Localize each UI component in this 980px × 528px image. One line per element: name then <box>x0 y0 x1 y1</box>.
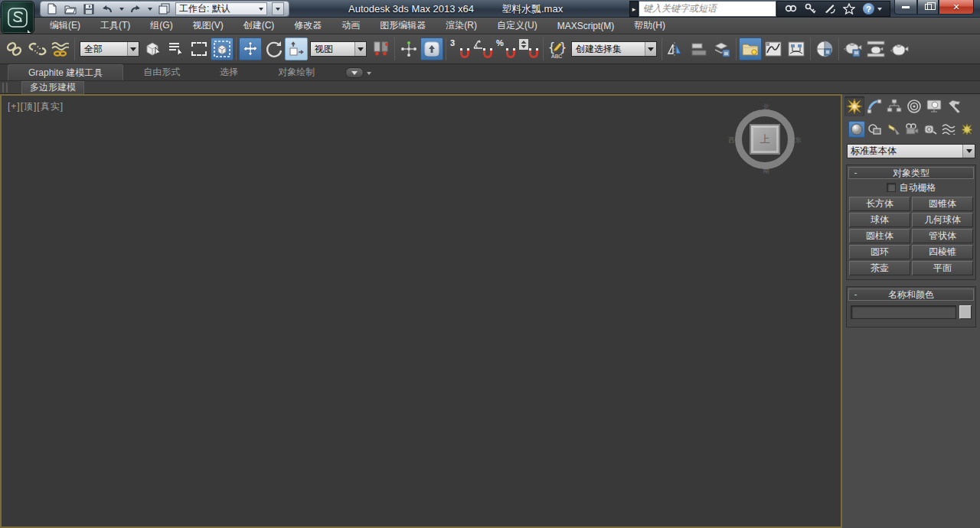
window-crossing-toggle-icon[interactable] <box>211 37 234 60</box>
menu-create[interactable]: 创建(C) <box>234 18 285 34</box>
use-pivot-point-center-icon[interactable] <box>369 37 392 60</box>
project-folder-icon[interactable] <box>157 3 171 15</box>
named-selection-sets-dropdown[interactable]: 创建选择集 <box>571 41 657 57</box>
lights-icon[interactable] <box>885 121 902 138</box>
polygon-modeling-panel-tab[interactable]: 多边形建模 <box>21 81 84 94</box>
schematic-view-icon[interactable] <box>785 37 808 60</box>
restore-button[interactable] <box>917 0 939 15</box>
tab-selection[interactable]: 选择 <box>200 64 258 80</box>
edit-named-selection-sets-icon[interactable]: {}ABC <box>546 37 569 60</box>
select-and-move-icon[interactable] <box>239 37 262 60</box>
bind-to-space-warp-icon[interactable] <box>49 37 72 60</box>
viewport-top[interactable]: [+][顶][真实] 北 南 东 西 上 <box>0 94 842 528</box>
menu-views[interactable]: 视图(V) <box>183 18 234 34</box>
box-button[interactable]: 长方体 <box>849 197 910 211</box>
help-dropdown-icon[interactable] <box>877 8 882 11</box>
undo-dropdown-icon[interactable] <box>119 8 124 11</box>
search-icon[interactable] <box>785 4 797 15</box>
menu-customize[interactable]: 自定义(U) <box>487 18 547 34</box>
select-by-name-icon[interactable] <box>165 37 188 60</box>
viewport-label[interactable]: [+][顶][真实] <box>8 100 64 113</box>
ribbon-minimize-dropdown-icon[interactable] <box>367 72 371 75</box>
systems-icon[interactable] <box>959 121 975 138</box>
select-and-link-icon[interactable] <box>3 37 26 60</box>
motion-tab-icon[interactable] <box>904 96 924 116</box>
menu-rendering[interactable]: 渲染(R) <box>436 18 487 34</box>
communication-center-icon[interactable] <box>824 3 835 15</box>
close-button[interactable]: ✕ <box>939 0 974 15</box>
menu-animation[interactable]: 动画 <box>332 18 370 34</box>
cylinder-button[interactable]: 圆柱体 <box>849 229 910 243</box>
select-object-icon[interactable] <box>142 37 165 60</box>
render-setup-icon[interactable] <box>841 37 864 60</box>
favorites-star-icon[interactable] <box>843 3 855 15</box>
reference-coordinate-dropdown[interactable]: 视图 <box>310 41 367 57</box>
help-icon[interactable]: ? <box>863 3 874 15</box>
helpers-icon[interactable] <box>922 121 939 138</box>
tube-button[interactable]: 管状体 <box>912 229 973 243</box>
application-menu-button[interactable] <box>1 1 34 34</box>
teapot-button[interactable]: 茶壶 <box>849 261 910 275</box>
object-name-input[interactable] <box>851 305 956 319</box>
category-dropdown[interactable]: 标准基本体 <box>847 144 975 158</box>
menu-help[interactable]: 帮助(H) <box>624 18 675 34</box>
menu-edit[interactable]: 编辑(E) <box>40 18 90 34</box>
keyboard-shortcut-override-icon[interactable] <box>420 37 443 60</box>
redo-dropdown-icon[interactable] <box>148 8 152 11</box>
modify-tab-icon[interactable] <box>864 96 884 116</box>
space-warps-icon[interactable] <box>940 121 957 138</box>
menu-tools[interactable]: 工具(T) <box>90 18 140 34</box>
select-and-manipulate-icon[interactable] <box>397 37 420 60</box>
rectangular-selection-region-icon[interactable] <box>188 37 211 60</box>
object-type-rollout-header[interactable]: - 对象类型 <box>848 167 974 179</box>
name-color-rollout-header[interactable]: - 名称和颜色 <box>848 288 974 301</box>
menu-modifiers[interactable]: 修改器 <box>284 18 332 34</box>
infocenter-expander-icon[interactable]: ▸ <box>629 1 639 17</box>
create-tab-icon[interactable] <box>844 96 864 116</box>
minimize-button[interactable] <box>894 0 917 15</box>
select-and-rotate-icon[interactable] <box>262 37 285 60</box>
hierarchy-tab-icon[interactable] <box>884 96 904 116</box>
curve-editor-icon[interactable] <box>762 37 785 60</box>
graphite-ribbon-toggle-icon[interactable] <box>739 37 762 60</box>
utilities-tab-icon[interactable] <box>944 96 964 116</box>
qat-overflow-button[interactable] <box>272 2 284 15</box>
new-file-icon[interactable] <box>45 3 59 15</box>
geometry-icon[interactable] <box>848 121 865 138</box>
tab-graphite-modeling-tools[interactable]: Graphite 建模工具 <box>8 64 123 80</box>
undo-icon[interactable] <box>100 3 114 15</box>
viewcube-top-face[interactable]: 上 <box>750 124 780 155</box>
save-icon[interactable] <box>82 3 96 15</box>
menu-graph-editors[interactable]: 图形编辑器 <box>370 18 436 34</box>
snap-toggle-3d-icon[interactable]: 3 <box>449 37 472 60</box>
cameras-icon[interactable] <box>903 121 920 138</box>
unlink-selection-icon[interactable] <box>26 37 49 60</box>
object-color-swatch[interactable] <box>959 305 972 319</box>
sphere-button[interactable]: 球体 <box>849 213 910 227</box>
search-input[interactable]: 键入关键字或短语 <box>639 1 776 17</box>
ribbon-minimize-button[interactable] <box>345 67 364 78</box>
geosphere-button[interactable]: 几何球体 <box>912 213 973 227</box>
spinner-snap-toggle-icon[interactable] <box>518 37 541 60</box>
shapes-icon[interactable] <box>867 121 884 138</box>
ribbon-grip-icon[interactable] <box>2 83 8 93</box>
selection-filter-dropdown[interactable]: 全部 <box>80 41 139 57</box>
menu-maxscript[interactable]: MAXScript(M) <box>547 18 625 34</box>
tab-freeform[interactable]: 自由形式 <box>123 64 200 80</box>
torus-button[interactable]: 圆环 <box>849 245 910 259</box>
menu-group[interactable]: 组(G) <box>140 18 182 34</box>
display-tab-icon[interactable] <box>924 96 944 116</box>
workspace-dropdown[interactable]: 工作台: 默认 <box>175 2 267 15</box>
percent-snap-toggle-icon[interactable]: % <box>495 37 518 60</box>
render-production-icon[interactable] <box>887 37 910 60</box>
mirror-icon[interactable] <box>665 37 688 60</box>
rendered-frame-window-icon[interactable] <box>864 37 887 60</box>
tab-object-paint[interactable]: 对象绘制 <box>258 64 335 80</box>
sign-in-key-icon[interactable] <box>805 3 816 15</box>
pyramid-button[interactable]: 四棱锥 <box>912 245 973 259</box>
layer-manager-icon[interactable] <box>710 37 733 60</box>
angle-snap-toggle-icon[interactable] <box>472 37 495 60</box>
align-icon[interactable] <box>688 37 710 60</box>
plane-button[interactable]: 平面 <box>912 261 973 275</box>
autogrid-checkbox[interactable] <box>887 183 896 192</box>
